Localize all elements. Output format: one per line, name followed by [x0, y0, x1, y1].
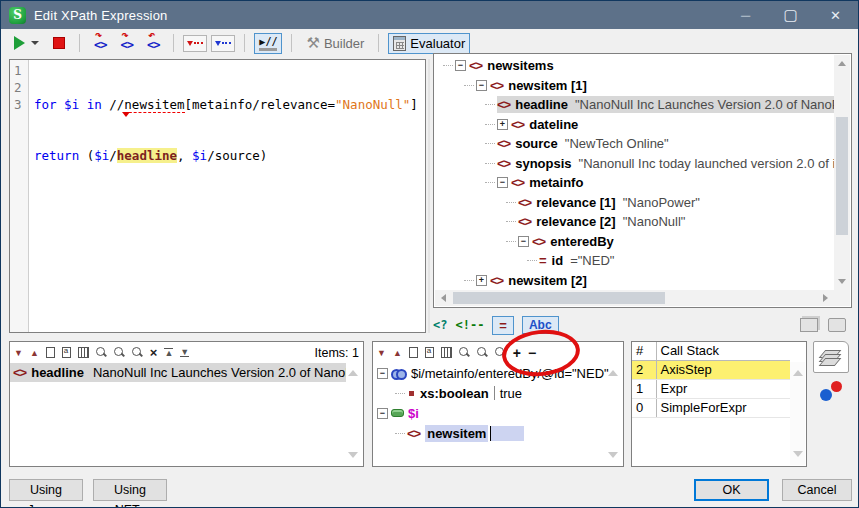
tree-row-dateline[interactable]: +<>dateline: [443, 115, 834, 135]
expand-toggle[interactable]: +: [476, 275, 487, 286]
callstack-scrollbar[interactable]: [790, 362, 805, 465]
search-up-icon[interactable]: [477, 347, 488, 358]
insert-breakpoint-button[interactable]: [183, 35, 207, 52]
tree-row-enteredby[interactable]: −<>enteredBy: [443, 232, 834, 252]
scroll-down-arrow-icon[interactable]: [793, 451, 803, 457]
node-name: relevance [2]: [536, 214, 616, 229]
previous-result-icon[interactable]: ▲: [30, 348, 39, 358]
copy-all-icon[interactable]: [62, 347, 71, 358]
chevron-down-icon[interactable]: [31, 41, 39, 45]
start-debug-button[interactable]: [9, 33, 44, 53]
tree-row-id[interactable]: =id="NED": [443, 251, 834, 271]
copy-icon[interactable]: [409, 347, 418, 358]
scroll-up-arrow-icon[interactable]: [608, 370, 618, 376]
step-into-button[interactable]: <>: [89, 31, 111, 55]
element-icon: <>: [511, 175, 524, 190]
search-up-icon[interactable]: [114, 347, 125, 358]
collapse-toggle[interactable]: −: [497, 177, 508, 188]
scroll-down-arrow-icon[interactable]: [608, 452, 618, 458]
xpath-expression-editor[interactable]: 1 2 3 for $i in //newsitem[metainfo/rele…: [9, 59, 426, 333]
evaluator-button[interactable]: Evaluator: [388, 33, 470, 54]
show-comments-toggle[interactable]: <!--: [455, 318, 484, 332]
scroll-down-arrow-icon[interactable]: [838, 279, 846, 284]
tree-row-source[interactable]: <>source"NewTech Online": [443, 134, 834, 154]
evaluate-mode-toggle[interactable]: ▶//: [254, 33, 282, 54]
tree-row-relevance-1-[interactable]: <>relevance [1]"NanoPower": [443, 193, 834, 213]
show-processing-instructions-toggle[interactable]: <?: [433, 318, 447, 332]
column-header-number[interactable]: #: [632, 342, 656, 360]
call-stack-row-axisstep[interactable]: 2AxisStep: [632, 360, 790, 379]
scroll-left-arrow-icon[interactable]: [441, 294, 446, 302]
breakpoints-tab[interactable]: [820, 381, 842, 401]
watch-row[interactable]: −$i/metainfo/enteredBy/@id="NED": [373, 363, 623, 383]
scrollbar-thumb[interactable]: [453, 292, 665, 304]
edit-settings-icon[interactable]: [828, 318, 846, 332]
expand-toggle[interactable]: +: [497, 119, 508, 130]
collapse-toggle[interactable]: −: [377, 368, 388, 379]
tree-row-synopsis[interactable]: <>synopsis"Nanonull Inc today launched v…: [443, 154, 834, 174]
code-text[interactable]: for $i in //newsitem[metainfo/relevance=…: [29, 60, 418, 332]
call-stack-row-expr[interactable]: 1Expr: [632, 379, 790, 398]
go-to-bottom-icon[interactable]: ▼: [180, 348, 189, 357]
node-name: relevance [1]: [536, 195, 616, 210]
collapse-toggle[interactable]: −: [455, 60, 466, 71]
step-out-button[interactable]: <>: [142, 31, 164, 55]
next-result-icon[interactable]: ▼: [14, 348, 23, 358]
using-net-button[interactable]: Using .NET...: [93, 479, 167, 501]
collapse-toggle[interactable]: −: [476, 80, 487, 91]
next-item-icon[interactable]: ▼: [377, 348, 386, 358]
toolbar-separator: [291, 34, 292, 52]
tree-row-newsitem-1-[interactable]: −<>newsitem [1]: [443, 76, 834, 96]
tree-row-headline[interactable]: <>headline"NanoNull Inc Launches Version…: [443, 95, 834, 115]
tree-row-relevance-2-[interactable]: <>relevance [2]"NanoNull": [443, 212, 834, 232]
columns-icon[interactable]: [78, 347, 89, 358]
watch-row[interactable]: xs:booleantrue: [373, 383, 623, 403]
tree-row-newsitem-2-[interactable]: +<>newsitem [2]: [443, 271, 834, 291]
close-button[interactable]: ✕: [813, 1, 858, 29]
watch-row[interactable]: −$i: [373, 403, 623, 423]
search-icon[interactable]: [96, 347, 107, 358]
scroll-up-arrow-icon[interactable]: [348, 370, 358, 376]
previous-item-icon[interactable]: ▲: [393, 348, 402, 358]
copy-all-icon[interactable]: [425, 347, 434, 358]
maximize-button[interactable]: ▢: [768, 1, 813, 29]
scroll-up-arrow-icon[interactable]: [838, 61, 846, 66]
stack-frame-name: SimpleForExpr: [656, 398, 790, 417]
tree-row-newsitems[interactable]: −<>newsitems: [443, 56, 834, 76]
scroll-right-arrow-icon[interactable]: [823, 294, 828, 302]
scrollbar-thumb[interactable]: [836, 117, 848, 235]
search-icon[interactable]: [459, 347, 470, 358]
code-text-segment: /source): [207, 148, 267, 163]
search-down-icon[interactable]: [132, 347, 143, 358]
insert-tracepoint-button[interactable]: [211, 35, 235, 52]
collapse-toggle[interactable]: −: [377, 408, 388, 419]
element-icon: <>: [518, 195, 531, 210]
tree-horizontal-scrollbar[interactable]: [435, 290, 834, 306]
ok-button[interactable]: OK: [694, 479, 769, 501]
minimize-button[interactable]: ─: [723, 1, 768, 29]
builder-button[interactable]: ⚒ Builder: [301, 31, 369, 55]
show-attributes-toggle[interactable]: =: [492, 316, 514, 335]
scroll-down-arrow-icon[interactable]: [348, 452, 358, 458]
tree-row-metainfo[interactable]: −<>metainfo: [443, 173, 834, 193]
clear-icon[interactable]: ×: [150, 345, 158, 360]
column-header-callstack[interactable]: Call Stack: [656, 342, 790, 360]
copy-result-icon[interactable]: [46, 347, 55, 358]
collapse-toggle[interactable]: −: [518, 236, 529, 247]
columns-icon[interactable]: [441, 347, 452, 358]
call-stack-row-simpleforexpr[interactable]: 0SimpleForExpr: [632, 398, 790, 417]
go-to-top-icon[interactable]: ▲: [164, 348, 173, 357]
using-java-button[interactable]: Using Java...: [9, 479, 83, 501]
cancel-button[interactable]: Cancel: [782, 479, 852, 501]
result-row[interactable]: <>headlineNanoNull Inc Launches Version …: [10, 363, 346, 382]
vertical-splitter[interactable]: [428, 59, 430, 333]
layers-icon: [822, 350, 840, 364]
step-over-button[interactable]: <>: [115, 31, 137, 55]
tree-vertical-scrollbar[interactable]: [834, 55, 850, 290]
watch-row[interactable]: <>newsitem: [373, 423, 623, 443]
call-stack-tab[interactable]: [813, 341, 849, 373]
scroll-up-arrow-icon[interactable]: [793, 370, 803, 376]
stop-debug-button[interactable]: [48, 34, 70, 52]
copy-serialized-icon[interactable]: [800, 318, 818, 332]
variable: $i: [94, 148, 109, 163]
